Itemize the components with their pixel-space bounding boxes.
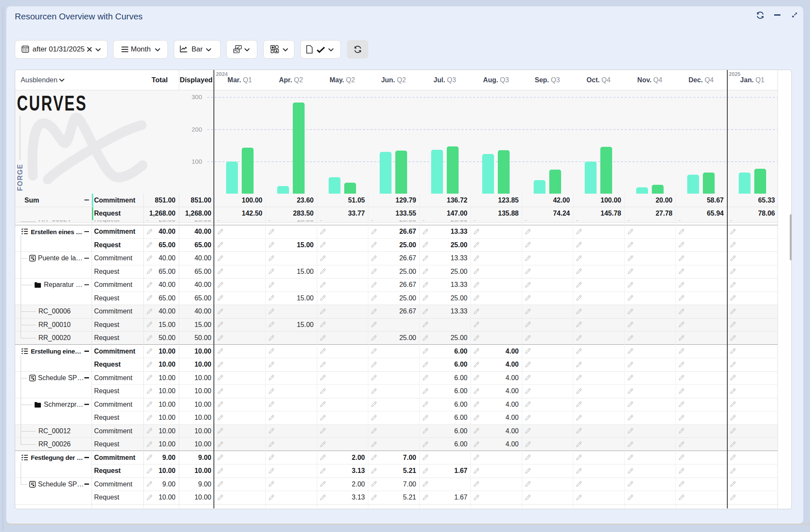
svg-text:CURVES: CURVES [17,92,87,115]
svg-text:FORGE: FORGE [16,164,24,191]
